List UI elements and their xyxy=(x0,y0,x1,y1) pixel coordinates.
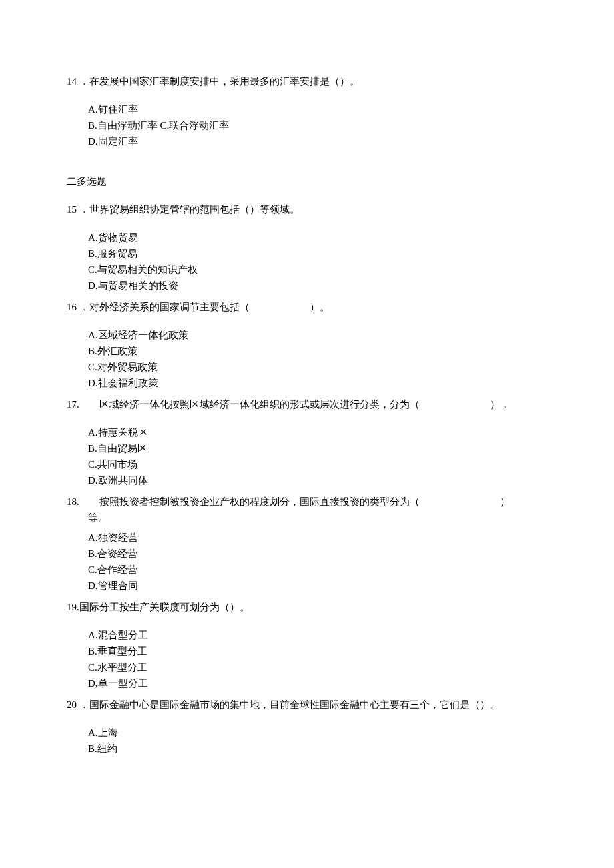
question-17: 17. 区域经济一体化按照区域经济一体化组织的形式或层次进行分类，分为（ ）， … xyxy=(67,396,547,488)
question-18-options: A.独资经营 B.合资经营 C.合作经营 D.管理合同 xyxy=(67,530,547,594)
question-20-options: A.上海 B.纽约 xyxy=(67,725,547,757)
question-18-option-a: A.独资经营 xyxy=(88,530,547,546)
question-19-option-d: D,单一型分工 xyxy=(88,675,547,691)
question-16-num: 16 xyxy=(67,302,77,312)
question-19-text: 19.国际分工按生产关联度可划分为（）。 xyxy=(67,599,547,615)
question-15: 15 ．世界贸易组织协定管辖的范围包括（）等领域。 A.货物贸易 B.服务贸易 … xyxy=(67,201,547,294)
question-17-sep xyxy=(79,399,99,410)
question-20-text: 20 ．国际金融中心是国际金融市场的集中地，目前全球性国际金融中心主要有三个，它… xyxy=(67,697,547,713)
section-heading-multichoice: 二多选题 xyxy=(67,173,547,189)
question-18-text2: 等。 xyxy=(88,510,547,526)
question-20-body: 国际金融中心是国际金融市场的集中地，目前全球性国际金融中心主要有三个，它们是（）… xyxy=(89,699,500,710)
question-14-options: A.钉住汇率 B.自由浮动汇率 C.联合浮动汇率 D.固定汇率 xyxy=(67,101,547,149)
question-17-text: 17. 区域经济一体化按照区域经济一体化组织的形式或层次进行分类，分为（ ）， xyxy=(67,396,547,412)
question-18-option-b: B.合资经营 xyxy=(88,546,547,562)
question-15-options: A.货物贸易 B.服务贸易 C.与贸易相关的知识产权 D.与贸易相关的投资 xyxy=(67,230,547,294)
question-19-option-a: A.混合型分工 xyxy=(88,627,547,643)
question-17-option-b: B.自由贸易区 xyxy=(88,440,547,456)
question-20-sep: ． xyxy=(77,699,89,710)
question-17-body: 区域经济一体化按照区域经济一体化组织的形式或层次进行分类，分为（ ）， xyxy=(99,399,510,410)
question-16: 16 ．对外经济关系的国家调节主要包括（ ）。 A.区域经济一体化政策 B.外汇… xyxy=(67,299,547,391)
question-14-option-a: A.钉住汇率 xyxy=(88,101,547,117)
question-18-option-d: D.管理合同 xyxy=(88,578,547,594)
question-20-option-a: A.上海 xyxy=(88,725,547,741)
question-18: 18. 按照投资者控制被投资企业产权的程度划分，国际直接投资的类型分为（ ） 等… xyxy=(67,494,547,594)
question-15-option-a: A.货物贸易 xyxy=(88,230,547,246)
question-18-text2-wrap: 等。 xyxy=(67,510,547,526)
question-20-option-b: B.纽约 xyxy=(88,741,547,757)
question-19: 19.国际分工按生产关联度可划分为（）。 A.混合型分工 B.垂直型分工 C.水… xyxy=(67,599,547,691)
question-15-option-c: C.与贸易相关的知识产权 xyxy=(88,262,547,278)
question-15-option-d: D.与贸易相关的投资 xyxy=(88,278,547,294)
question-15-sep: ． xyxy=(77,204,89,215)
question-15-text: 15 ．世界贸易组织协定管辖的范围包括（）等领域。 xyxy=(67,201,547,218)
question-16-options: A.区域经济一体化政策 B.外汇政策 C.对外贸易政策 D.社会福利政策 xyxy=(67,327,547,391)
question-16-sep: ． xyxy=(77,302,89,312)
question-15-option-b: B.服务贸易 xyxy=(88,246,547,262)
question-19-option-c: C.水平型分工 xyxy=(88,659,547,675)
question-19-option-b: B.垂直型分工 xyxy=(88,643,547,659)
question-20: 20 ．国际金融中心是国际金融市场的集中地，目前全球性国际金融中心主要有三个，它… xyxy=(67,697,547,757)
question-17-option-d: D.欧洲共同体 xyxy=(88,472,547,488)
question-19-body: 国际分工按生产关联度可划分为（）。 xyxy=(79,602,250,612)
question-14-body: 在发展中国家汇率制度安排中，采用最多的汇率安排是（）。 xyxy=(89,76,360,87)
question-15-body: 世界贸易组织协定管辖的范围包括（）等领域。 xyxy=(89,204,300,215)
question-18-text: 18. 按照投资者控制被投资企业产权的程度划分，国际直接投资的类型分为（ ） xyxy=(67,494,547,510)
question-16-option-c: C.对外贸易政策 xyxy=(88,359,547,375)
question-16-option-a: A.区域经济一体化政策 xyxy=(88,327,547,343)
question-18-body: 按照投资者控制被投资企业产权的程度划分，国际直接投资的类型分为（ ） xyxy=(99,496,510,507)
question-20-num: 20 xyxy=(67,699,77,710)
question-14-option-bc: B.自由浮动汇率 C.联合浮动汇率 xyxy=(88,117,547,133)
question-14-text: 14 ．在发展中国家汇率制度安排中，采用最多的汇率安排是（）。 xyxy=(67,73,547,89)
question-18-option-c: C.合作经营 xyxy=(88,562,547,578)
question-18-sep xyxy=(79,496,99,507)
question-17-option-a: A.特惠关税区 xyxy=(88,424,547,440)
question-18-num: 18. xyxy=(67,496,79,507)
question-16-option-b: B.外汇政策 xyxy=(88,343,547,359)
question-17-num: 17. xyxy=(67,399,79,410)
question-16-text: 16 ．对外经济关系的国家调节主要包括（ ）。 xyxy=(67,299,547,315)
question-14-sep: ． xyxy=(77,76,89,87)
question-14-option-d: D.固定汇率 xyxy=(88,133,547,149)
question-19-num: 19. xyxy=(67,602,79,612)
question-17-options: A.特惠关税区 B.自由贸易区 C.共同市场 D.欧洲共同体 xyxy=(67,424,547,488)
question-19-options: A.混合型分工 B.垂直型分工 C.水平型分工 D,单一型分工 xyxy=(67,627,547,691)
question-16-body: 对外经济关系的国家调节主要包括（ ）。 xyxy=(89,302,330,312)
question-15-num: 15 xyxy=(67,204,77,215)
question-14-num: 14 xyxy=(67,76,77,87)
question-16-option-d: D.社会福利政策 xyxy=(88,375,547,391)
question-14: 14 ．在发展中国家汇率制度安排中，采用最多的汇率安排是（）。 A.钉住汇率 B… xyxy=(67,73,547,149)
question-17-option-c: C.共同市场 xyxy=(88,456,547,472)
